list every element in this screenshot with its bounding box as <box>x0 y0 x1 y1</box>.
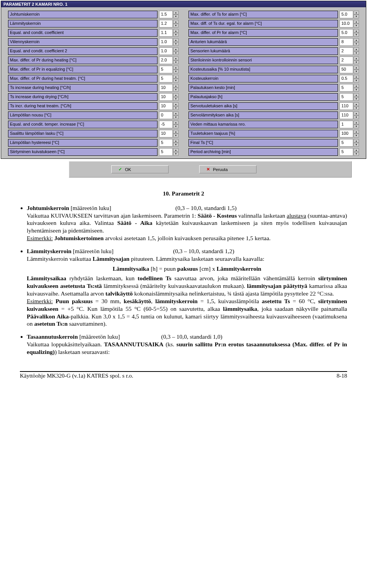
spinner[interactable]: ▲▼ <box>173 84 179 92</box>
param-right-value[interactable]: 8 <box>339 38 353 46</box>
spinner[interactable]: ▲▼ <box>354 121 359 128</box>
spin-down-icon[interactable]: ▼ <box>173 51 179 55</box>
param-right-value[interactable]: 110 <box>339 111 353 119</box>
spinner[interactable]: ▲▼ <box>354 93 359 101</box>
spinner[interactable]: ▲▼ <box>354 57 359 64</box>
spin-up-icon[interactable]: ▲ <box>173 121 179 124</box>
spin-down-icon[interactable]: ▼ <box>354 88 359 92</box>
param-right-value[interactable]: 10.0 <box>339 20 353 27</box>
spin-down-icon[interactable]: ▼ <box>354 69 359 73</box>
spin-up-icon[interactable]: ▲ <box>173 84 179 88</box>
ok-button[interactable]: ✓ OK <box>111 165 169 173</box>
param-right-value[interactable]: 110 <box>339 102 353 110</box>
spinner[interactable]: ▲▼ <box>354 29 359 37</box>
spinner[interactable]: ▲▼ <box>354 102 359 110</box>
spin-up-icon[interactable]: ▲ <box>173 57 179 60</box>
spinner[interactable]: ▲▼ <box>173 75 179 82</box>
spin-down-icon[interactable]: ▼ <box>173 24 179 27</box>
spinner[interactable]: ▲▼ <box>173 130 179 137</box>
spin-down-icon[interactable]: ▼ <box>354 106 359 110</box>
spin-down-icon[interactable]: ▼ <box>354 134 359 137</box>
spin-up-icon[interactable]: ▲ <box>173 75 179 79</box>
param-right-value[interactable]: 5 <box>339 84 353 92</box>
param-left-value[interactable]: 2.0 <box>159 57 173 64</box>
spinner[interactable]: ▲▼ <box>173 139 179 147</box>
spin-down-icon[interactable]: ▼ <box>354 79 359 82</box>
cancel-button[interactable]: ✕ Peruuta <box>199 165 257 173</box>
param-left-value[interactable]: 0 <box>159 111 173 119</box>
spin-up-icon[interactable]: ▲ <box>173 20 179 24</box>
param-right-value[interactable]: 2 <box>339 47 353 55</box>
spin-up-icon[interactable]: ▲ <box>354 66 359 69</box>
spin-up-icon[interactable]: ▲ <box>173 11 179 15</box>
spin-down-icon[interactable]: ▼ <box>354 33 359 37</box>
spin-down-icon[interactable]: ▼ <box>173 97 179 101</box>
spin-down-icon[interactable]: ▼ <box>354 124 359 128</box>
spin-down-icon[interactable]: ▼ <box>354 152 359 156</box>
spinner[interactable]: ▲▼ <box>173 93 179 101</box>
spinner[interactable]: ▲▼ <box>354 66 359 73</box>
spinner[interactable]: ▲▼ <box>354 38 359 46</box>
param-right-value[interactable]: 0.5 <box>339 75 353 82</box>
param-left-value[interactable]: 5 <box>159 148 173 156</box>
spin-down-icon[interactable]: ▼ <box>173 143 179 147</box>
spinner[interactable]: ▲▼ <box>173 102 179 110</box>
spin-down-icon[interactable]: ▼ <box>354 51 359 55</box>
spin-up-icon[interactable]: ▲ <box>173 102 179 106</box>
param-left-value[interactable]: 1.0 <box>159 47 173 55</box>
spin-up-icon[interactable]: ▲ <box>173 130 179 134</box>
param-left-value[interactable]: 1.2 <box>159 20 173 27</box>
spin-down-icon[interactable]: ▼ <box>173 88 179 92</box>
spin-up-icon[interactable]: ▲ <box>354 84 359 88</box>
spin-down-icon[interactable]: ▼ <box>354 15 359 18</box>
param-right-value[interactable]: 5 <box>339 139 353 147</box>
spin-up-icon[interactable]: ▲ <box>354 93 359 97</box>
param-left-value[interactable]: 5 <box>159 139 173 147</box>
param-left-value[interactable]: 10 <box>159 84 173 92</box>
spin-up-icon[interactable]: ▲ <box>173 47 179 51</box>
spin-up-icon[interactable]: ▲ <box>354 20 359 24</box>
spin-up-icon[interactable]: ▲ <box>354 11 359 15</box>
spinner[interactable]: ▲▼ <box>354 20 359 27</box>
spin-down-icon[interactable]: ▼ <box>173 115 179 119</box>
spin-down-icon[interactable]: ▼ <box>173 124 179 128</box>
spin-up-icon[interactable]: ▲ <box>354 139 359 143</box>
param-right-value[interactable]: 5 <box>339 93 353 101</box>
spin-down-icon[interactable]: ▼ <box>354 60 359 64</box>
spin-down-icon[interactable]: ▼ <box>354 24 359 27</box>
spinner[interactable]: ▲▼ <box>354 75 359 82</box>
param-right-value[interactable]: 50 <box>339 66 353 73</box>
spinner[interactable]: ▲▼ <box>173 29 179 37</box>
param-right-value[interactable]: 5.0 <box>339 29 353 37</box>
param-right-value[interactable]: 1 <box>339 121 353 128</box>
spin-down-icon[interactable]: ▼ <box>173 152 179 156</box>
param-left-value[interactable]: 1.5 <box>159 11 173 18</box>
spin-down-icon[interactable]: ▼ <box>173 60 179 64</box>
spin-up-icon[interactable]: ▲ <box>173 66 179 69</box>
spin-up-icon[interactable]: ▲ <box>354 111 359 115</box>
param-right-value[interactable]: 2 <box>339 57 353 64</box>
spinner[interactable]: ▲▼ <box>173 20 179 27</box>
spin-down-icon[interactable]: ▼ <box>173 69 179 73</box>
spin-up-icon[interactable]: ▲ <box>354 29 359 33</box>
spin-up-icon[interactable]: ▲ <box>354 121 359 124</box>
spin-up-icon[interactable]: ▲ <box>173 38 179 42</box>
param-left-value[interactable]: 10 <box>159 102 173 110</box>
spinner[interactable]: ▲▼ <box>173 38 179 46</box>
spin-up-icon[interactable]: ▲ <box>354 57 359 60</box>
spin-down-icon[interactable]: ▼ <box>173 33 179 37</box>
spin-up-icon[interactable]: ▲ <box>354 102 359 106</box>
spinner[interactable]: ▲▼ <box>173 111 179 119</box>
spinner[interactable]: ▲▼ <box>173 47 179 55</box>
spinner[interactable]: ▲▼ <box>173 148 179 156</box>
param-left-value[interactable]: 1.0 <box>159 38 173 46</box>
spin-down-icon[interactable]: ▼ <box>173 15 179 18</box>
spinner[interactable]: ▲▼ <box>354 11 359 18</box>
spin-down-icon[interactable]: ▼ <box>354 42 359 46</box>
spin-down-icon[interactable]: ▼ <box>173 79 179 82</box>
spin-up-icon[interactable]: ▲ <box>173 93 179 97</box>
spin-down-icon[interactable]: ▼ <box>173 42 179 46</box>
spinner[interactable]: ▲▼ <box>173 11 179 18</box>
spinner[interactable]: ▲▼ <box>354 148 359 156</box>
spin-down-icon[interactable]: ▼ <box>354 143 359 147</box>
